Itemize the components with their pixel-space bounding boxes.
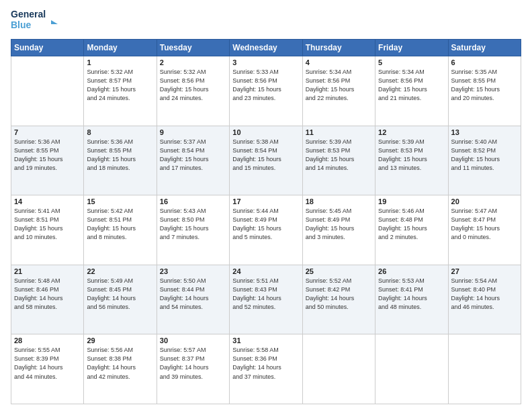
day-info: Sunrise: 5:48 AM Sunset: 8:46 PM Dayligh… <box>14 277 81 312</box>
day-info: Sunrise: 5:54 AM Sunset: 8:40 PM Dayligh… <box>451 277 518 312</box>
calendar-day-cell: 30Sunrise: 5:57 AM Sunset: 8:37 PM Dayli… <box>157 334 229 404</box>
day-number: 14 <box>14 197 81 205</box>
day-info: Sunrise: 5:34 AM Sunset: 8:56 PM Dayligh… <box>306 68 372 103</box>
day-number: 23 <box>160 267 226 275</box>
calendar-day-cell: 16Sunrise: 5:43 AM Sunset: 8:50 PM Dayli… <box>157 195 229 265</box>
day-number: 6 <box>451 58 518 66</box>
day-info: Sunrise: 5:45 AM Sunset: 8:49 PM Dayligh… <box>306 207 372 242</box>
day-number: 7 <box>14 128 81 136</box>
day-info: Sunrise: 5:50 AM Sunset: 8:44 PM Dayligh… <box>160 277 226 312</box>
calendar-day-cell: 3Sunrise: 5:33 AM Sunset: 8:56 PM Daylig… <box>230 56 302 126</box>
day-number: 2 <box>160 58 226 66</box>
header: General Blue <box>11 7 521 35</box>
calendar-day-cell: 17Sunrise: 5:44 AM Sunset: 8:49 PM Dayli… <box>230 195 302 265</box>
calendar-day-cell: 27Sunrise: 5:54 AM Sunset: 8:40 PM Dayli… <box>448 265 521 334</box>
calendar-day-cell: 8Sunrise: 5:36 AM Sunset: 8:55 PM Daylig… <box>84 126 157 195</box>
calendar-day-cell: 21Sunrise: 5:48 AM Sunset: 8:46 PM Dayli… <box>11 265 84 334</box>
day-info: Sunrise: 5:51 AM Sunset: 8:43 PM Dayligh… <box>232 277 299 312</box>
day-info: Sunrise: 5:34 AM Sunset: 8:56 PM Dayligh… <box>378 68 445 103</box>
day-info: Sunrise: 5:35 AM Sunset: 8:55 PM Dayligh… <box>451 68 518 103</box>
day-number: 13 <box>451 128 518 136</box>
day-number: 12 <box>378 128 445 136</box>
calendar-day-cell: 29Sunrise: 5:56 AM Sunset: 8:38 PM Dayli… <box>84 334 157 404</box>
calendar-day-cell: 9Sunrise: 5:37 AM Sunset: 8:54 PM Daylig… <box>157 126 229 195</box>
day-number: 5 <box>378 58 445 66</box>
header-monday: Monday <box>84 40 157 56</box>
day-number: 27 <box>451 267 518 275</box>
calendar-day-cell: 19Sunrise: 5:46 AM Sunset: 8:48 PM Dayli… <box>375 195 448 265</box>
day-number: 8 <box>87 128 153 136</box>
calendar-day-cell: 6Sunrise: 5:35 AM Sunset: 8:55 PM Daylig… <box>448 56 521 126</box>
week-row-4: 21Sunrise: 5:48 AM Sunset: 8:46 PM Dayli… <box>11 265 521 334</box>
day-number: 4 <box>306 58 372 66</box>
calendar-day-cell: 2Sunrise: 5:32 AM Sunset: 8:56 PM Daylig… <box>157 56 229 126</box>
day-number: 29 <box>87 336 153 345</box>
week-row-1: 1Sunrise: 5:32 AM Sunset: 8:57 PM Daylig… <box>11 56 521 126</box>
day-number: 24 <box>232 267 299 275</box>
day-number: 3 <box>232 58 299 66</box>
day-info: Sunrise: 5:47 AM Sunset: 8:47 PM Dayligh… <box>451 207 518 242</box>
day-info: Sunrise: 5:57 AM Sunset: 8:37 PM Dayligh… <box>160 346 226 381</box>
calendar-day-cell: 5Sunrise: 5:34 AM Sunset: 8:56 PM Daylig… <box>375 56 448 126</box>
header-saturday: Saturday <box>448 40 521 56</box>
day-info: Sunrise: 5:36 AM Sunset: 8:55 PM Dayligh… <box>14 138 81 173</box>
day-info: Sunrise: 5:32 AM Sunset: 8:57 PM Dayligh… <box>87 68 153 103</box>
day-info: Sunrise: 5:40 AM Sunset: 8:52 PM Dayligh… <box>451 138 518 173</box>
day-number: 22 <box>87 267 153 275</box>
day-number: 10 <box>232 128 299 136</box>
calendar-day-cell: 28Sunrise: 5:55 AM Sunset: 8:39 PM Dayli… <box>11 334 84 404</box>
calendar-day-cell: 20Sunrise: 5:47 AM Sunset: 8:47 PM Dayli… <box>448 195 521 265</box>
day-number: 15 <box>87 197 153 205</box>
calendar-day-cell: 23Sunrise: 5:50 AM Sunset: 8:44 PM Dayli… <box>157 265 229 334</box>
day-info: Sunrise: 5:36 AM Sunset: 8:55 PM Dayligh… <box>87 138 153 173</box>
day-info: Sunrise: 5:39 AM Sunset: 8:53 PM Dayligh… <box>306 138 372 173</box>
day-info: Sunrise: 5:49 AM Sunset: 8:45 PM Dayligh… <box>87 277 153 312</box>
header-sunday: Sunday <box>11 40 84 56</box>
week-row-3: 14Sunrise: 5:41 AM Sunset: 8:51 PM Dayli… <box>11 195 521 265</box>
day-number: 19 <box>378 197 445 205</box>
day-number: 17 <box>232 197 299 205</box>
day-info: Sunrise: 5:53 AM Sunset: 8:41 PM Dayligh… <box>378 277 445 312</box>
svg-text:Blue: Blue <box>11 19 32 30</box>
calendar-day-cell <box>375 334 448 404</box>
calendar-day-cell <box>302 334 375 404</box>
header-thursday: Thursday <box>302 40 375 56</box>
page: General Blue SundayMondayTuesdayWednesda… <box>0 0 532 411</box>
day-number: 30 <box>160 336 226 345</box>
day-number: 9 <box>160 128 226 136</box>
calendar-day-cell: 7Sunrise: 5:36 AM Sunset: 8:55 PM Daylig… <box>11 126 84 195</box>
header-friday: Friday <box>375 40 448 56</box>
day-number: 31 <box>232 336 299 345</box>
calendar-day-cell: 26Sunrise: 5:53 AM Sunset: 8:41 PM Dayli… <box>375 265 448 334</box>
day-info: Sunrise: 5:46 AM Sunset: 8:48 PM Dayligh… <box>378 207 445 242</box>
header-wednesday: Wednesday <box>230 40 302 56</box>
day-info: Sunrise: 5:43 AM Sunset: 8:50 PM Dayligh… <box>160 207 226 242</box>
logo-svg: General Blue <box>11 7 58 35</box>
day-number: 25 <box>306 267 372 275</box>
day-info: Sunrise: 5:52 AM Sunset: 8:42 PM Dayligh… <box>306 277 372 312</box>
calendar-day-cell: 31Sunrise: 5:58 AM Sunset: 8:36 PM Dayli… <box>230 334 302 404</box>
day-number: 16 <box>160 197 226 205</box>
calendar-day-cell: 18Sunrise: 5:45 AM Sunset: 8:49 PM Dayli… <box>302 195 375 265</box>
calendar-day-cell: 1Sunrise: 5:32 AM Sunset: 8:57 PM Daylig… <box>84 56 157 126</box>
calendar-day-cell: 10Sunrise: 5:38 AM Sunset: 8:54 PM Dayli… <box>230 126 302 195</box>
calendar-day-cell: 11Sunrise: 5:39 AM Sunset: 8:53 PM Dayli… <box>302 126 375 195</box>
svg-marker-2 <box>51 20 58 24</box>
day-info: Sunrise: 5:56 AM Sunset: 8:38 PM Dayligh… <box>87 346 153 381</box>
day-number: 11 <box>306 128 372 136</box>
day-number: 18 <box>306 197 372 205</box>
day-info: Sunrise: 5:32 AM Sunset: 8:56 PM Dayligh… <box>160 68 226 103</box>
calendar-day-cell: 15Sunrise: 5:42 AM Sunset: 8:51 PM Dayli… <box>84 195 157 265</box>
day-info: Sunrise: 5:41 AM Sunset: 8:51 PM Dayligh… <box>14 207 81 242</box>
calendar-table: SundayMondayTuesdayWednesdayThursdayFrid… <box>11 39 521 404</box>
header-tuesday: Tuesday <box>157 40 229 56</box>
day-number: 1 <box>87 58 153 66</box>
calendar-day-cell: 14Sunrise: 5:41 AM Sunset: 8:51 PM Dayli… <box>11 195 84 265</box>
week-row-2: 7Sunrise: 5:36 AM Sunset: 8:55 PM Daylig… <box>11 126 521 195</box>
calendar-day-cell: 24Sunrise: 5:51 AM Sunset: 8:43 PM Dayli… <box>230 265 302 334</box>
day-info: Sunrise: 5:33 AM Sunset: 8:56 PM Dayligh… <box>232 68 299 103</box>
calendar-day-cell <box>11 56 84 126</box>
day-info: Sunrise: 5:44 AM Sunset: 8:49 PM Dayligh… <box>232 207 299 242</box>
day-number: 28 <box>14 336 81 345</box>
day-info: Sunrise: 5:39 AM Sunset: 8:53 PM Dayligh… <box>378 138 445 173</box>
